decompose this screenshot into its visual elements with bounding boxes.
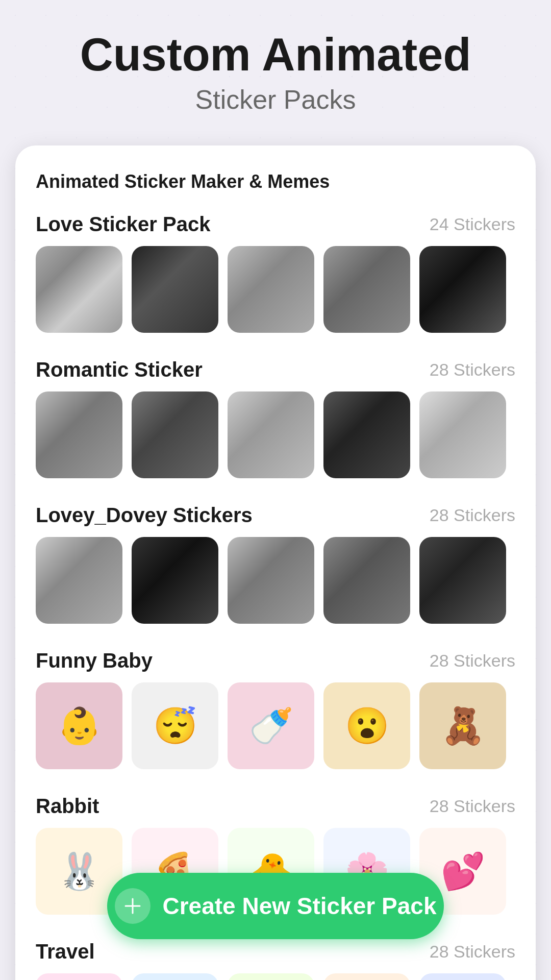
list-item[interactable] (36, 391, 122, 478)
page-title: Custom Animated (15, 31, 536, 79)
list-item[interactable] (132, 246, 218, 333)
pack-name-funnybaby: Funny Baby (36, 649, 153, 672)
pack-love[interactable]: Love Sticker Pack 24 Stickers (36, 213, 515, 333)
pack-count-love: 24 Stickers (430, 214, 515, 234)
page-subtitle: Sticker Packs (15, 84, 536, 115)
list-item[interactable]: ✈️ (323, 973, 410, 981)
list-item[interactable] (132, 391, 218, 478)
fab-container: Create New Sticker Pack (107, 873, 444, 939)
list-item[interactable]: 😮 (323, 682, 410, 769)
list-item[interactable] (323, 537, 410, 624)
pack-travel[interactable]: Travel 28 Stickers 🧳 🚌 🌍 ✈️ 🏖️ 🗺️ (36, 940, 515, 981)
pack-name-romantic: Romantic Sticker (36, 358, 203, 381)
stickers-row-love (36, 246, 515, 333)
list-item[interactable]: 🍼 (228, 682, 314, 769)
pack-name-love: Love Sticker Pack (36, 213, 210, 236)
list-item[interactable] (419, 537, 506, 624)
list-item[interactable]: 🧸 (419, 682, 506, 769)
list-item[interactable] (419, 391, 506, 478)
stickers-row-travel: 🧳 🚌 🌍 ✈️ 🏖️ 🗺️ (36, 973, 515, 981)
stickers-row-romantic (36, 391, 515, 478)
list-item[interactable] (228, 246, 314, 333)
list-item[interactable] (36, 246, 122, 333)
pack-count-funnybaby: 28 Stickers (430, 651, 515, 671)
pack-count-travel: 28 Stickers (430, 942, 515, 962)
list-item[interactable] (36, 537, 122, 624)
list-item[interactable] (228, 391, 314, 478)
fab-label: Create New Sticker Pack (163, 892, 437, 920)
list-item[interactable] (228, 537, 314, 624)
pack-name-rabbit: Rabbit (36, 795, 99, 818)
pack-count-romantic: 28 Stickers (430, 360, 515, 380)
list-item[interactable] (132, 537, 218, 624)
list-item[interactable] (323, 391, 410, 478)
pack-loveydovey[interactable]: Lovey_Dovey Stickers 28 Stickers (36, 504, 515, 624)
plus-icon (115, 888, 151, 924)
pack-name-travel: Travel (36, 940, 95, 963)
pack-funnybaby[interactable]: Funny Baby 28 Stickers 👶 😴 🍼 😮 🧸 😄 (36, 649, 515, 769)
pack-name-loveydovey: Lovey_Dovey Stickers (36, 504, 253, 527)
stickers-row-loveydovey (36, 537, 515, 624)
pack-romantic[interactable]: Romantic Sticker 28 Stickers (36, 358, 515, 478)
pack-count-rabbit: 28 Stickers (430, 796, 515, 816)
list-item[interactable]: 👶 (36, 682, 122, 769)
list-item[interactable]: 🚌 (132, 973, 218, 981)
pack-count-loveydovey: 28 Stickers (430, 505, 515, 525)
card-header: Animated Sticker Maker & Memes (36, 171, 515, 192)
list-item[interactable]: 🧳 (36, 973, 122, 981)
main-card: Animated Sticker Maker & Memes Love Stic… (15, 145, 536, 981)
list-item[interactable] (323, 246, 410, 333)
list-item[interactable] (419, 246, 506, 333)
list-item[interactable]: 🌍 (228, 973, 314, 981)
list-item[interactable]: 😴 (132, 682, 218, 769)
create-sticker-pack-button[interactable]: Create New Sticker Pack (107, 873, 444, 939)
stickers-row-funnybaby: 👶 😴 🍼 😮 🧸 😄 (36, 682, 515, 769)
list-item[interactable]: 🏖️ (419, 973, 506, 981)
